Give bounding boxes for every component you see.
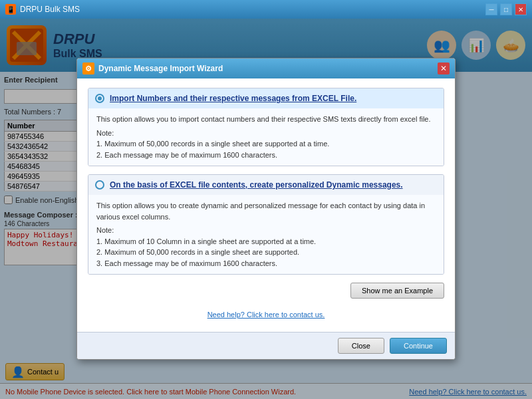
option2-radio[interactable] bbox=[95, 180, 104, 190]
dialog-title: Dynamic Message Import Wizard bbox=[98, 64, 223, 73]
close-button[interactable]: Close bbox=[338, 338, 384, 354]
dialog-icon: ⚙ bbox=[82, 63, 94, 74]
maximize-button[interactable]: □ bbox=[500, 3, 512, 15]
modal-overlay: ⚙ Dynamic Message Import Wizard ✕ Import… bbox=[0, 19, 532, 399]
option1-description: This option allows you to import contact… bbox=[88, 108, 444, 166]
dialog-title-bar: ⚙ Dynamic Message Import Wizard ✕ bbox=[77, 59, 455, 78]
option1-title: Import Numbers and their respective mess… bbox=[110, 94, 356, 103]
option1-section: Import Numbers and their respective mess… bbox=[88, 88, 444, 166]
title-bar: 📱 DRPU Bulk SMS ─ □ ✕ bbox=[0, 0, 532, 19]
option1-header[interactable]: Import Numbers and their respective mess… bbox=[88, 88, 444, 108]
option2-note: Note: 1. Maximum of 10 Column in a singl… bbox=[96, 225, 436, 269]
app-body: DRPU Bulk SMS 👥 📊 🥧 Enter Recipient Tota… bbox=[0, 19, 532, 399]
app-close-button[interactable]: ✕ bbox=[515, 3, 527, 15]
option2-description: This option allows you to create dynamic… bbox=[88, 195, 444, 274]
show-example-button[interactable]: Show me an Example bbox=[350, 283, 444, 299]
dialog-footer: Close Continue bbox=[77, 332, 455, 359]
dialog-body: Import Numbers and their respective mess… bbox=[77, 78, 455, 332]
continue-button[interactable]: Continue bbox=[390, 338, 447, 354]
option2-title: On the basis of EXCEL file contents, cre… bbox=[110, 180, 403, 190]
dialog: ⚙ Dynamic Message Import Wizard ✕ Import… bbox=[76, 58, 456, 360]
title-bar-controls: ─ □ ✕ bbox=[485, 3, 527, 15]
dialog-help-link[interactable]: Need help? Click here to contact us. bbox=[88, 307, 444, 323]
app-title: DRPU Bulk SMS bbox=[20, 5, 80, 14]
dialog-close-x-button[interactable]: ✕ bbox=[438, 63, 450, 74]
option1-note: Note: 1. Maximum of 50,000 records in a … bbox=[96, 128, 436, 161]
app-icon: 📱 bbox=[5, 4, 16, 15]
option1-radio[interactable] bbox=[95, 94, 104, 103]
minimize-button[interactable]: ─ bbox=[485, 3, 497, 15]
option2-header[interactable]: On the basis of EXCEL file contents, cre… bbox=[88, 175, 444, 195]
option2-section: On the basis of EXCEL file contents, cre… bbox=[88, 174, 444, 275]
